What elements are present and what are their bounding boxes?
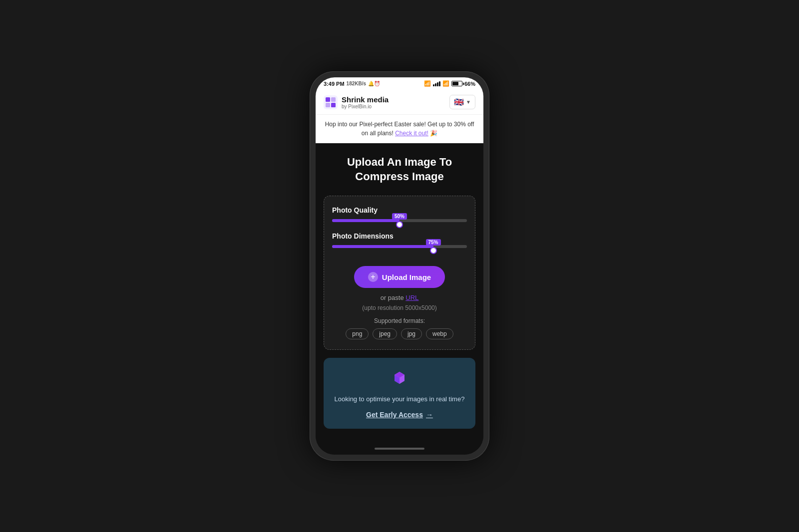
promo-banner: Hop into our Pixel-perfect Easter sale! …	[316, 115, 483, 143]
svg-rect-3	[331, 97, 336, 102]
get-early-access-link[interactable]: Get Early Access →	[366, 411, 433, 419]
language-selector[interactable]: 🇬🇧 ▼	[449, 95, 475, 109]
svg-rect-1	[326, 97, 330, 102]
page-title: Upload An Image To Compress Image	[324, 155, 475, 184]
app-title-group: Shrink media by PixelBin.io	[342, 95, 389, 109]
notification-icons: 🔔⏰	[368, 81, 380, 86]
time-display: 3:49 PM	[324, 81, 345, 87]
upload-card: Photo Quality 50% Photo Dimensions	[324, 196, 475, 350]
cta-text: Looking to optimise your images in real …	[335, 395, 465, 404]
status-bar: 3:49 PM 182KB/s 🔔⏰ 📶 📶 66%	[316, 77, 483, 90]
supported-formats-label: Supported formats:	[332, 317, 467, 324]
format-tags: png jpeg jpg webp	[332, 328, 467, 339]
phone-frame: 3:49 PM 182KB/s 🔔⏰ 📶 📶 66%	[310, 71, 489, 461]
battery-fill	[452, 82, 458, 85]
photo-quality-track[interactable]: 50%	[332, 219, 467, 222]
home-bar	[375, 448, 424, 450]
app-logo: Shrink media by PixelBin.io	[324, 95, 389, 109]
svg-rect-4	[331, 103, 336, 107]
status-right: 📶 📶 66%	[424, 80, 475, 87]
promo-link[interactable]: Check it out!	[395, 130, 428, 137]
cta-link-label: Get Early Access	[366, 411, 423, 419]
url-link[interactable]: URL	[405, 294, 418, 301]
photo-dimensions-label: Photo Dimensions	[332, 232, 467, 240]
promo-emoji: 🎉	[430, 130, 437, 137]
cta-card: Looking to optimise your images in real …	[324, 358, 475, 429]
shrink-media-logo-icon	[324, 95, 338, 109]
photo-dimensions-value: 75%	[425, 239, 440, 246]
pixelbin-logo	[390, 368, 409, 390]
format-webp: webp	[426, 328, 453, 339]
phone-screen: 3:49 PM 182KB/s 🔔⏰ 📶 📶 66%	[316, 77, 483, 455]
photo-dimensions-fill	[332, 245, 433, 248]
format-jpeg: jpeg	[373, 328, 397, 339]
svg-rect-0	[324, 95, 338, 109]
arrow-icon: →	[426, 411, 433, 419]
plus-icon: +	[368, 272, 378, 282]
upload-image-button[interactable]: + Upload Image	[354, 266, 445, 288]
photo-quality-value: 50%	[392, 213, 407, 220]
battery-percent: 66%	[464, 81, 475, 87]
upload-button-wrapper: + Upload Image	[332, 258, 467, 294]
resolution-text: (upto resolution 5000x5000)	[332, 304, 467, 311]
photo-dimensions-track[interactable]: 75%	[332, 245, 467, 248]
flag-icon: 🇬🇧	[454, 97, 464, 107]
signal-bars	[433, 81, 440, 86]
main-content: Upload An Image To Compress Image Photo …	[316, 143, 483, 444]
app-subtitle: by PixelBin.io	[342, 104, 389, 109]
photo-dimensions-section: Photo Dimensions 75%	[332, 232, 467, 248]
wifi-icon: 📶	[442, 80, 449, 87]
status-left: 3:49 PM 182KB/s 🔔⏰	[324, 81, 380, 87]
chevron-down-icon: ▼	[466, 99, 471, 105]
upload-button-label: Upload Image	[382, 273, 431, 281]
format-jpg: jpg	[401, 328, 422, 339]
battery-icon	[451, 81, 462, 86]
app-header: Shrink media by PixelBin.io 🇬🇧 ▼	[316, 90, 483, 115]
or-paste-text: or paste URL	[332, 294, 467, 301]
bluetooth-icon: 📶	[424, 80, 431, 87]
photo-dimensions-thumb: 75%	[425, 239, 440, 254]
photo-quality-fill	[332, 219, 400, 222]
app-name: Shrink media	[342, 95, 389, 104]
network-speed: 182KB/s	[347, 81, 366, 86]
home-indicator	[316, 444, 483, 455]
svg-rect-2	[326, 103, 330, 107]
photo-quality-section: Photo Quality 50%	[332, 206, 467, 222]
photo-quality-thumb: 50%	[392, 213, 407, 228]
format-png: png	[346, 328, 369, 339]
